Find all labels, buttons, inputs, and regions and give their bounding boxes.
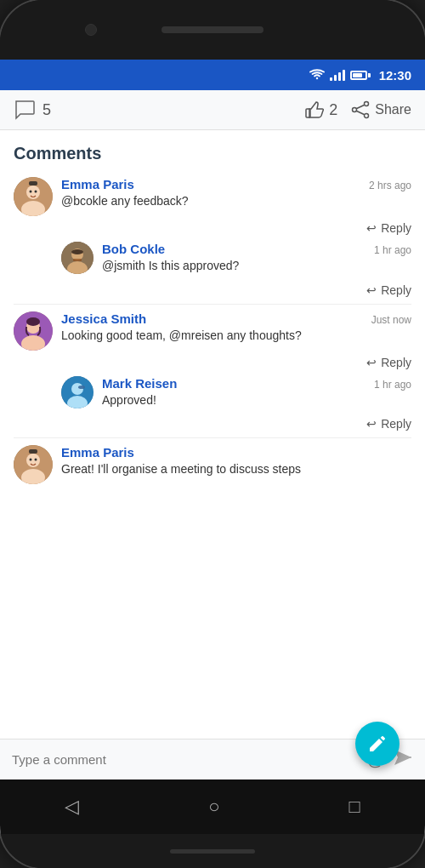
top-bar: 5 2 (0, 90, 425, 130)
share-icon (351, 100, 370, 119)
reply-button-1[interactable]: ↩ Reply (14, 221, 411, 235)
fab-edit-icon (367, 734, 388, 754)
reply-button-4[interactable]: ↩ Reply (61, 417, 411, 431)
phone-top (0, 0, 425, 60)
comment-count: 5 (42, 101, 51, 119)
like-icon (303, 100, 324, 119)
home-nav-button[interactable]: ○ (200, 787, 228, 826)
svg-rect-30 (29, 449, 37, 454)
reply-arrow-icon-1: ↩ (366, 221, 377, 235)
signal-icon (330, 69, 345, 81)
comment-header-3: Jessica Smith Just now (61, 311, 411, 326)
avatar-mark (61, 376, 94, 408)
comment-item-3: Jessica Smith Just now Looking good team… (14, 311, 411, 351)
phone-home-bar (170, 849, 255, 854)
screen: 12:30 5 2 (0, 60, 425, 834)
svg-point-24 (78, 385, 85, 389)
svg-point-10 (35, 191, 37, 193)
comment-item-5: Emma Paris Great! I'll organise a meetin… (14, 445, 411, 484)
comment-thread-3: Jessica Smith Just now Looking good team… (14, 311, 411, 431)
battery-icon (350, 71, 371, 80)
svg-point-3 (353, 108, 357, 112)
comment-author-2: Bob Cokle (102, 242, 165, 256)
comment-body-4: Mark Reisen 1 hr ago Approved! (102, 376, 411, 413)
avatar-img-mark (61, 376, 94, 408)
phone-bottom (0, 834, 425, 868)
nav-bar: ◁ ○ □ (0, 779, 425, 834)
comment-item-2: Bob Cokle 1 hr ago @jsmith Is this appro… (61, 242, 411, 278)
divider-1 (14, 304, 411, 305)
avatar-img-emma2 (14, 445, 53, 484)
comment-thread-5: Emma Paris Great! I'll organise a meetin… (14, 445, 411, 484)
reply-label-3: Reply (381, 356, 411, 369)
back-nav-button[interactable]: ◁ (56, 787, 88, 826)
reply-button-3[interactable]: ↩ Reply (14, 356, 411, 369)
svg-rect-16 (73, 259, 82, 261)
reply-arrow-icon-4: ↩ (366, 417, 377, 431)
avatar-img-emma1 (14, 177, 53, 216)
avatar-img-jessica (14, 311, 53, 351)
svg-point-28 (30, 459, 32, 461)
comment-time-3: Just now (371, 314, 411, 326)
svg-point-1 (365, 102, 369, 106)
reply-thread-1: Bob Cokle 1 hr ago @jsmith Is this appro… (61, 242, 411, 297)
reply-arrow-icon-3: ↩ (366, 356, 377, 369)
share-label: Share (375, 102, 411, 117)
svg-rect-0 (306, 109, 310, 117)
comment-text-5: Great! I'll organise a meeting to discus… (61, 461, 411, 478)
reply-button-2[interactable]: ↩ Reply (61, 283, 411, 297)
comment-input[interactable] (12, 752, 359, 767)
reply-arrow-icon-2: ↩ (366, 283, 377, 297)
svg-point-22 (71, 383, 83, 395)
svg-point-15 (71, 249, 83, 254)
like-count: 2 (329, 101, 337, 119)
avatar-emma-1 (14, 177, 53, 216)
avatar-jessica (14, 311, 53, 351)
comment-author-5: Emma Paris (61, 445, 134, 460)
reply-label-1: Reply (381, 221, 411, 235)
comment-text-3: Looking good team, @mreisen any thoughts… (61, 328, 411, 345)
comment-time-2: 1 hr ago (374, 244, 411, 256)
comment-time-1: 2 hrs ago (369, 180, 411, 191)
comment-item-4: Mark Reisen 1 hr ago Approved! (61, 376, 411, 413)
fab-button[interactable] (355, 722, 400, 766)
comment-author-1: Emma Paris (61, 177, 134, 191)
like-section[interactable]: 2 (303, 100, 337, 119)
comment-header-2: Bob Cokle 1 hr ago (102, 242, 411, 256)
svg-rect-11 (29, 181, 37, 186)
comment-author-3: Jessica Smith (61, 311, 146, 326)
comment-text-4: Approved! (102, 392, 411, 409)
status-bar: 12:30 (0, 60, 425, 90)
reply-label-2: Reply (381, 283, 411, 297)
comment-author-4: Mark Reisen (102, 376, 177, 391)
comment-header-1: Emma Paris 2 hrs ago (61, 177, 411, 191)
comment-body-3: Jessica Smith Just now Looking good team… (61, 311, 411, 351)
reply-thread-2: Mark Reisen 1 hr ago Approved! ↩ Reply (61, 376, 411, 431)
avatar-img-bob (61, 242, 94, 274)
top-bar-actions: 2 Share (303, 100, 411, 119)
comment-body-5: Emma Paris Great! I'll organise a meetin… (61, 445, 411, 484)
svg-line-5 (356, 111, 365, 115)
avatar-bob (61, 242, 94, 274)
comment-bubble-icon (14, 99, 36, 121)
svg-point-29 (35, 459, 37, 461)
status-time: 12:30 (379, 68, 411, 83)
svg-line-4 (356, 105, 365, 109)
svg-point-2 (365, 114, 369, 118)
phone-speaker (162, 26, 264, 33)
share-section[interactable]: Share (351, 100, 411, 119)
section-title: Comments (14, 144, 411, 163)
svg-point-9 (30, 191, 32, 193)
comment-time-4: 1 hr ago (374, 379, 411, 391)
divider-2 (14, 437, 411, 438)
recent-nav-button[interactable]: □ (341, 787, 369, 826)
phone-frame: 12:30 5 2 (0, 0, 425, 868)
comment-count-section: 5 (14, 99, 51, 121)
comment-header-5: Emma Paris (61, 445, 411, 460)
comment-item-1: Emma Paris 2 hrs ago @bcokle any feedbac… (14, 177, 411, 216)
comment-body-2: Bob Cokle 1 hr ago @jsmith Is this appro… (102, 242, 411, 278)
reply-label-4: Reply (381, 417, 411, 431)
comment-body-1: Emma Paris 2 hrs ago @bcokle any feedbac… (61, 177, 411, 216)
avatar-emma-2 (14, 445, 53, 484)
comment-text-1: @bcokle any feedback? (61, 193, 411, 210)
